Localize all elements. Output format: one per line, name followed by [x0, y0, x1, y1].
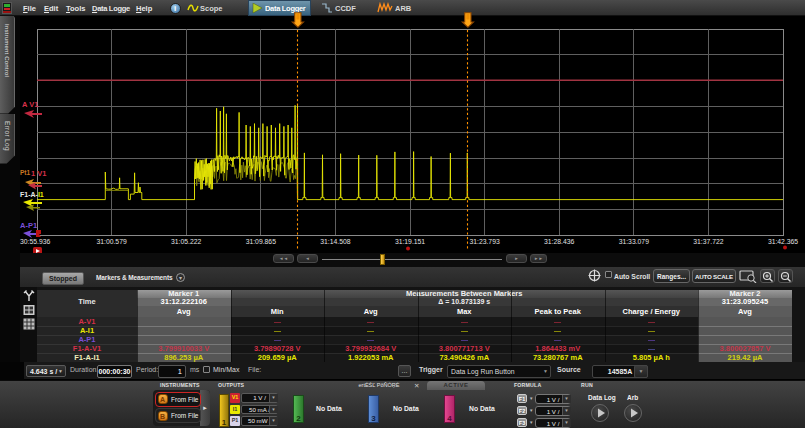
svg-text:30:55.936: 30:55.936: [20, 238, 50, 245]
svg-text:A-P1: A-P1: [20, 221, 37, 230]
svg-text:31:37.722: 31:37.722: [693, 238, 723, 245]
svg-text:A V1: A V1: [22, 100, 38, 109]
svg-text:Pt1: Pt1: [20, 169, 31, 176]
svg-text:F1-A-I1: F1-A-I1: [20, 191, 44, 198]
svg-text:1 V1: 1 V1: [31, 169, 46, 178]
svg-text:31:00.579: 31:00.579: [96, 238, 126, 245]
svg-text:31:28.436: 31:28.436: [544, 238, 574, 245]
svg-text:31:05.222: 31:05.222: [171, 238, 201, 245]
svg-text:31:33.079: 31:33.079: [619, 238, 649, 245]
svg-text:31:14.508: 31:14.508: [320, 238, 350, 245]
svg-text:31:23.793: 31:23.793: [469, 238, 499, 245]
svg-text:31:09.865: 31:09.865: [246, 238, 276, 245]
svg-text:31:19.151: 31:19.151: [395, 238, 425, 245]
svg-text:31:42.365: 31:42.365: [768, 238, 798, 245]
